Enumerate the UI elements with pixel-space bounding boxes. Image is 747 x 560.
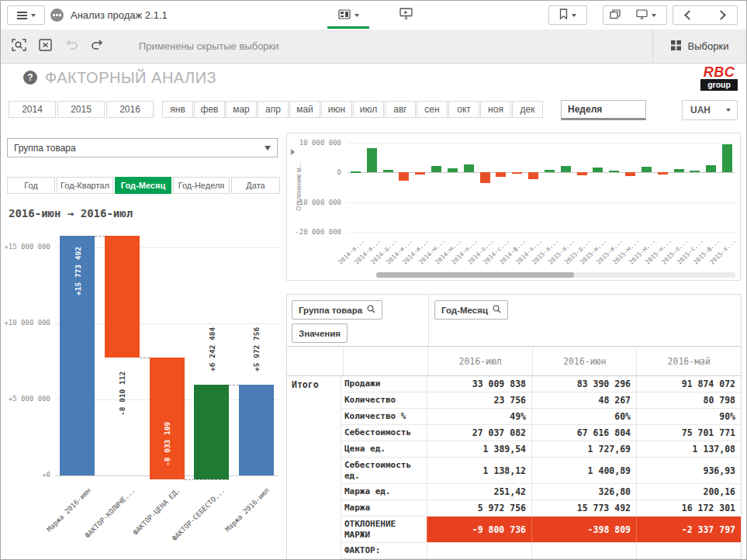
- month-button-июл[interactable]: июл: [353, 101, 384, 118]
- pivot-value-cell: [636, 543, 741, 558]
- deviation-bar[interactable]: [383, 170, 393, 172]
- waterfall-bar[interactable]: [105, 236, 140, 358]
- deviation-bar[interactable]: [642, 167, 652, 172]
- month-button-янв[interactable]: янв: [162, 101, 193, 118]
- deviation-bar[interactable]: [367, 148, 377, 172]
- top-toolbar: Анализ продаж 2.1.1: [1, 1, 746, 30]
- chevron-right-icon: [716, 10, 726, 20]
- table-row: Количество %49%60%90%: [341, 409, 741, 425]
- chevron-down-icon: [652, 14, 656, 17]
- pivot-value-cell: 1 137,08: [636, 441, 741, 457]
- pivot-value-cell: 91 874 072: [636, 376, 741, 392]
- duplicate-button[interactable]: [603, 5, 627, 25]
- smart-search-button[interactable]: [5, 29, 32, 63]
- logo-text-rbc: RBC: [700, 66, 738, 79]
- deviation-bar[interactable]: [399, 172, 409, 181]
- deviation-bar[interactable]: [415, 172, 425, 174]
- deviation-bar[interactable]: [512, 172, 522, 174]
- presentation-button[interactable]: [393, 5, 419, 25]
- deviation-bar[interactable]: [561, 166, 571, 172]
- month-button-фев[interactable]: фев: [194, 101, 225, 118]
- search-icon: [367, 305, 375, 315]
- pivot-row-label: ФАКТОР:: [341, 543, 427, 558]
- deviation-bar[interactable]: [480, 172, 490, 183]
- tab-Год-Месяц[interactable]: Год-Месяц: [115, 177, 171, 194]
- selections-message: Применены скрытые выборки: [139, 29, 279, 63]
- display-options-button[interactable]: [626, 5, 667, 25]
- tab-Год-Неделя[interactable]: Год-Неделя: [173, 177, 230, 194]
- product-group-dropdown[interactable]: Группа товара: [7, 138, 278, 157]
- period-tabs: ГодГод-КварталГод-МесяцГод-НеделяДата: [7, 177, 280, 194]
- year-button-2016[interactable]: 2016: [106, 101, 154, 118]
- pivot-value-cell: 5 972 756: [427, 500, 531, 516]
- pivot-value-cell: 15 773 492: [531, 500, 636, 516]
- deviation-bar[interactable]: [625, 172, 635, 176]
- month-button-ноя[interactable]: ноя: [480, 101, 511, 118]
- scrollbar-thumb[interactable]: [376, 272, 574, 278]
- deviation-bar[interactable]: [577, 172, 587, 175]
- currency-dropdown[interactable]: UAH: [682, 100, 738, 120]
- search-icon: [493, 305, 501, 315]
- waterfall-bar[interactable]: [194, 385, 229, 479]
- deviation-bar[interactable]: [545, 170, 555, 172]
- pivot-value-cell: 80 798: [636, 392, 741, 408]
- month-button-авг[interactable]: авг: [385, 101, 416, 118]
- selections-panel-button[interactable]: Выборки: [652, 29, 746, 63]
- deviation-bar[interactable]: [609, 171, 619, 172]
- pivot-row-label: Количество: [341, 392, 427, 408]
- pivot-column-header[interactable]: 2016-июн: [532, 347, 637, 375]
- selections-forward-button[interactable]: [85, 29, 111, 63]
- deviation-bar[interactable]: [351, 171, 361, 173]
- year-button-2015[interactable]: 2015: [57, 101, 105, 118]
- next-sheet-button[interactable]: [704, 5, 738, 25]
- month-button-май[interactable]: май: [289, 101, 320, 118]
- table-row: Маржа ед.251,42326,80200,16: [341, 484, 741, 500]
- selections-back-button[interactable]: [58, 29, 85, 63]
- deviation-bar[interactable]: [528, 172, 538, 179]
- pivot-column-dimension-button[interactable]: Год-Месяц: [434, 300, 508, 320]
- pivot-column-header[interactable]: 2016-май: [636, 347, 741, 375]
- tab-Дата[interactable]: Дата: [231, 177, 280, 194]
- pivot-value-cell: 75 701 771: [636, 425, 741, 441]
- bar-value-label: +15 773 492: [72, 239, 83, 304]
- pivot-value-cell: 200,16: [636, 484, 741, 500]
- pivot-values-button[interactable]: Значения: [292, 323, 348, 343]
- month-button-мар[interactable]: мар: [226, 101, 257, 118]
- pivot-dimension-button[interactable]: Группа товара: [292, 300, 382, 320]
- pivot-row-label: Маржа ед.: [341, 484, 427, 500]
- sheet-selector-button[interactable]: [330, 5, 367, 25]
- chevron-down-icon: [572, 14, 576, 17]
- previous-sheet-button[interactable]: [673, 5, 705, 25]
- deviation-bar[interactable]: [464, 164, 474, 172]
- bookmarks-button[interactable]: [548, 5, 587, 25]
- deviation-bar[interactable]: [706, 165, 716, 172]
- year-button-2014[interactable]: 2014: [9, 101, 56, 118]
- pivot-value-cell: [427, 543, 531, 558]
- clear-selections-button[interactable]: [32, 29, 58, 63]
- waterfall-bar[interactable]: [239, 385, 274, 475]
- deviation-bar[interactable]: [690, 171, 700, 172]
- deviation-bar[interactable]: [593, 168, 603, 172]
- deviation-bar[interactable]: [448, 168, 458, 172]
- pivot-total-label: Итого: [287, 376, 341, 559]
- tab-Год-Квартал[interactable]: Год-Квартал: [57, 177, 113, 194]
- month-button-окт[interactable]: окт: [448, 101, 479, 118]
- pivot-value-cell: 1 138,12: [427, 458, 531, 483]
- deviation-bar[interactable]: [496, 172, 506, 177]
- app-menu-button[interactable]: [7, 5, 45, 25]
- deviation-bar[interactable]: [431, 166, 441, 172]
- pivot-column-header[interactable]: 2016-июл: [427, 347, 532, 375]
- week-filter-listbox[interactable]: Неделя: [561, 100, 646, 120]
- help-button[interactable]: ?: [23, 71, 37, 85]
- month-button-апр[interactable]: апр: [258, 101, 289, 118]
- duplicate-icon: [610, 9, 621, 22]
- month-button-сен[interactable]: сен: [417, 101, 448, 118]
- month-button-июн[interactable]: июн: [321, 101, 352, 118]
- chevron-down-icon: [354, 14, 359, 17]
- pivot-value-cell: 251,42: [427, 484, 531, 500]
- deviation-bar[interactable]: [722, 144, 732, 173]
- deviation-bar[interactable]: [658, 172, 668, 175]
- deviation-bar[interactable]: [674, 169, 684, 172]
- month-button-дек[interactable]: дек: [512, 101, 543, 118]
- tab-Год[interactable]: Год: [7, 177, 55, 194]
